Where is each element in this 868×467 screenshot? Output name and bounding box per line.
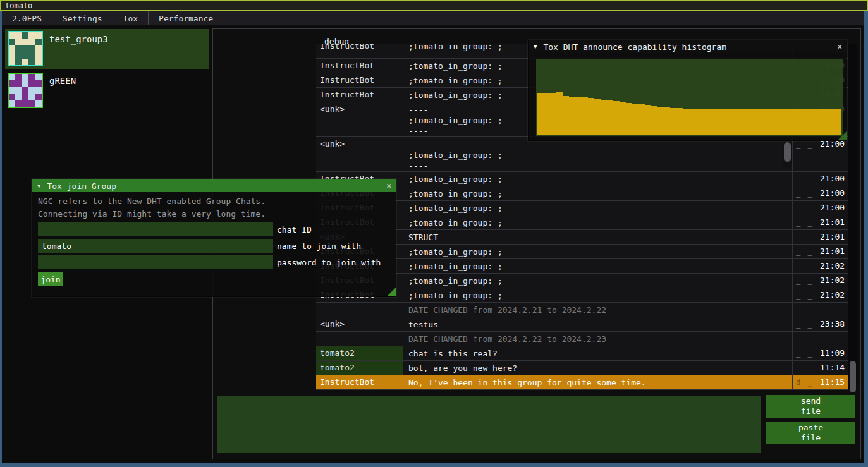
histogram-bar	[810, 109, 816, 135]
time-cell: 11:14	[816, 361, 848, 375]
histogram-bar	[582, 97, 588, 135]
time-cell: 21:02	[816, 259, 848, 273]
time-cell: 21:02	[816, 274, 848, 288]
message-row[interactable]: tomato2chat is this real?_ _11:09	[316, 346, 848, 361]
sender-cell: InstructBot	[316, 88, 403, 102]
app-window: tomato 2.0FPS Settings Tox Performance t…	[0, 0, 868, 467]
flags-cell: _ _	[792, 186, 816, 200]
message-cell: ;tomato_in_group: ;	[403, 172, 792, 186]
time-cell: 21:02	[816, 288, 848, 302]
message-input[interactable]	[217, 396, 761, 453]
message-cell: testus	[403, 317, 792, 331]
menubar: 2.0FPS Settings Tox Performance	[2, 11, 864, 25]
menu-settings[interactable]: Settings	[52, 11, 113, 25]
join-button[interactable]: join	[38, 272, 63, 286]
chat-scrollbar-thumb[interactable]	[850, 361, 856, 392]
sender-cell	[316, 332, 403, 346]
histogram-bar	[550, 93, 556, 135]
time-cell: 11:09	[816, 346, 848, 360]
collapse-arrow-icon[interactable]: ▼	[534, 44, 537, 50]
join-name-input[interactable]	[38, 239, 273, 253]
group-avatar	[8, 73, 43, 108]
window-title: tomato	[5, 1, 32, 10]
dht-histogram-title: Tox DHT announce capability histogram	[543, 42, 726, 52]
flags-cell: _ _	[792, 137, 816, 171]
flags-cell: _ _	[792, 215, 816, 229]
titlebar[interactable]: tomato	[0, 0, 868, 11]
histogram-bar	[721, 109, 727, 135]
message-row[interactable]: <unk>testus_ _23:38	[316, 317, 848, 332]
group-item-gREEN[interactable]: gREEN	[5, 71, 209, 111]
message-cell: ;tomato_in_group: ;	[403, 201, 792, 215]
histogram-bar	[620, 102, 626, 135]
group-item-test_group3[interactable]: test_group3	[5, 29, 209, 69]
sender-cell: InstructBot	[316, 73, 403, 87]
dht-histogram-titlebar[interactable]: ▼ Tox DHT announce capability histogram …	[529, 40, 847, 53]
histogram-bar	[822, 109, 829, 135]
send-file-button[interactable]: send file	[766, 395, 855, 418]
close-icon[interactable]: ✕	[386, 181, 391, 190]
message-row[interactable]: InstructBotNo, I've been in this group f…	[316, 375, 848, 390]
chat-scrollbar[interactable]	[848, 44, 857, 390]
histogram-bar	[651, 106, 657, 135]
sender-cell: tomato2	[316, 361, 403, 375]
time-cell	[816, 332, 848, 346]
flags-cell	[792, 332, 816, 346]
histogram-bar	[772, 109, 778, 135]
histogram-bar	[569, 97, 575, 135]
resize-grip[interactable]	[838, 131, 847, 140]
join-password-label: password to join with	[277, 258, 381, 267]
dht-histogram-window: ▼ Tox DHT announce capability histogram …	[528, 40, 847, 141]
message-cell: ;tomato_in_group: ;	[403, 245, 792, 258]
message-cell: ;tomato_in_group: ;	[403, 186, 792, 200]
message-cell: ;tomato_in_group: ;	[403, 215, 792, 229]
resize-grip[interactable]	[387, 288, 396, 296]
histogram-bar	[747, 109, 753, 135]
histogram-bar	[613, 101, 620, 135]
histogram-bar	[607, 100, 613, 135]
histogram-bar	[708, 109, 714, 135]
histogram-bar	[645, 105, 651, 135]
chat-id-input[interactable]	[38, 222, 273, 236]
histogram-bar	[639, 104, 645, 135]
sender-cell: InstructBot	[316, 375, 403, 389]
join-password-input[interactable]	[38, 255, 273, 269]
histogram-bar	[689, 109, 695, 135]
chat-id-label: chat ID	[277, 225, 312, 234]
message-row[interactable]: tomato2bot, are you new here?_ _11:14	[316, 361, 848, 375]
histogram-bar	[563, 96, 569, 135]
message-scrollbar[interactable]	[783, 140, 792, 168]
histogram-bar	[695, 109, 702, 135]
sender-cell: InstructBot	[316, 59, 403, 73]
time-cell: 21:00	[816, 137, 848, 171]
message-scrollbar-thumb[interactable]	[784, 142, 791, 162]
window-frame-bottom	[0, 463, 868, 467]
collapse-arrow-icon[interactable]: ▼	[37, 183, 40, 189]
sender-cell: <unk>	[316, 102, 403, 136]
histogram-bar	[632, 104, 639, 135]
sender-cell: InstructBot	[316, 44, 403, 53]
histogram-bar	[835, 109, 841, 135]
histogram-bar	[626, 103, 632, 135]
flags-cell: _ _	[792, 172, 816, 186]
join-name-label: name to join with	[277, 241, 361, 251]
time-cell: 21:01	[816, 230, 848, 244]
histogram-bar	[537, 93, 544, 135]
menu-performance[interactable]: Performance	[149, 11, 223, 25]
message-cell: ;tomato_in_group: ;	[403, 259, 792, 273]
message-row[interactable]: <unk>----;tomato_in_group: ;----_ _21:00	[316, 137, 848, 172]
histogram-bar	[683, 109, 689, 135]
date-divider-row: DATE CHANGED from 2024.2.22 to 2024.2.23	[316, 332, 848, 346]
time-cell: 23:38	[816, 317, 848, 331]
join-group-titlebar[interactable]: ▼ Tox join Group ✕	[32, 179, 396, 192]
close-icon[interactable]: ✕	[837, 42, 842, 51]
ngc-info-line2: Connecting via ID might take a very long…	[38, 209, 266, 219]
group-name: gREEN	[49, 76, 76, 86]
paste-file-button[interactable]: paste file	[766, 422, 855, 444]
message-cell: ----;tomato_in_group: ;----	[403, 137, 792, 171]
message-cell: bot, are you new here?	[403, 361, 792, 375]
histogram-bar	[588, 98, 594, 135]
histogram-bar	[804, 109, 810, 135]
histogram-bar	[759, 109, 766, 135]
menu-tox[interactable]: Tox	[113, 11, 149, 25]
